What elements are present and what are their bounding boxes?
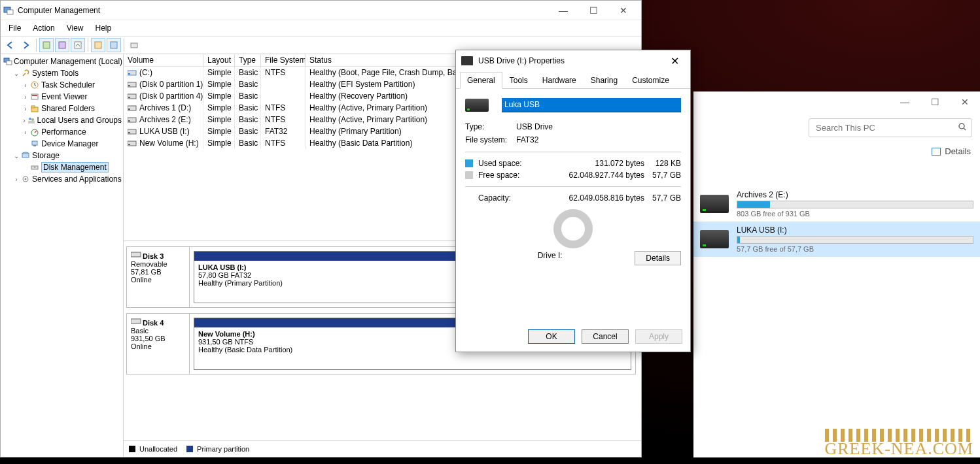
svg-rect-30	[128, 85, 130, 86]
volume-icon	[128, 140, 137, 148]
cm-app-icon	[3, 5, 14, 16]
drive-properties-dialog: USB Drive (I:) Properties ✕ General Tool…	[455, 50, 691, 352]
free-label: Free space:	[478, 171, 559, 180]
capacity-bytes: 62.049.058.816 bytes	[559, 193, 644, 203]
tree-storage[interactable]: ⌄Storage	[11, 150, 123, 161]
details-label[interactable]: Details	[945, 146, 971, 156]
tree-task-scheduler[interactable]: ›Task Scheduler	[20, 79, 123, 91]
col-volume[interactable]: Volume	[124, 54, 203, 66]
drive-name: Archives 2 (E:)	[737, 190, 973, 199]
free-bytes: 62.048.927.744 bytes	[559, 171, 644, 180]
volume-icon	[128, 81, 137, 89]
event-viewer-icon	[29, 91, 40, 102]
explorer-titlebar[interactable]: — ☐ ✕	[693, 91, 980, 112]
tab-hardware[interactable]: Hardware	[535, 72, 584, 89]
minimize-button[interactable]: —	[548, 1, 578, 20]
explorer-command-bar: Details	[693, 142, 980, 160]
usage-bar	[737, 201, 973, 208]
svg-rect-42	[131, 319, 141, 323]
details-view-icon[interactable]	[932, 148, 941, 156]
maximize-button[interactable]: ☐	[578, 1, 608, 20]
drive-large-icon	[465, 99, 489, 112]
drive-icon	[700, 195, 729, 213]
search-icon[interactable]	[958, 122, 967, 131]
capacity-short: 57,7 GB	[644, 193, 681, 203]
tree-shared-folders[interactable]: ›Shared Folders	[20, 103, 123, 114]
free-short: 57,7 GB	[644, 171, 681, 180]
tree-local-users[interactable]: ›Local Users and Groups	[20, 114, 123, 126]
col-layout[interactable]: Layout	[203, 54, 235, 66]
explorer-drive-item[interactable]: Archives 2 (E:)803 GB free of 931 GB	[693, 186, 980, 222]
toolbar-btn-4[interactable]	[91, 38, 105, 52]
toolbar-btn-1[interactable]	[39, 38, 54, 52]
tree-performance[interactable]: ›Performance	[20, 126, 123, 138]
tab-tools[interactable]: Tools	[502, 72, 535, 89]
menu-action[interactable]: Action	[27, 22, 60, 34]
close-button[interactable]: ✕	[608, 1, 639, 20]
type-label: Type:	[465, 122, 516, 131]
ok-button[interactable]: OK	[528, 329, 575, 344]
shared-folders-icon	[29, 103, 40, 114]
tab-general[interactable]: General	[460, 72, 502, 89]
tree-disk-management[interactable]: Disk Management	[20, 161, 123, 173]
svg-rect-14	[31, 106, 35, 108]
props-close-button[interactable]: ✕	[664, 52, 685, 70]
svg-rect-2	[43, 42, 50, 48]
tab-sharing[interactable]: Sharing	[584, 72, 625, 89]
menu-help[interactable]: Help	[90, 22, 117, 34]
details-button[interactable]: Details	[635, 251, 681, 265]
disk-info: Disk 3Removable57,81 GBOnline	[127, 247, 190, 307]
svg-rect-20	[33, 145, 36, 146]
drive-name-input[interactable]	[502, 98, 681, 112]
col-filesystem[interactable]: File System	[261, 54, 306, 66]
tree-event-viewer[interactable]: ›Event Viewer	[20, 91, 123, 103]
used-label: Used space:	[478, 159, 559, 168]
svg-rect-40	[128, 144, 130, 145]
col-type[interactable]: Type	[235, 54, 261, 66]
tree-system-tools[interactable]: ⌄System Tools	[11, 67, 123, 79]
refresh-icon[interactable]	[71, 38, 85, 52]
svg-point-15	[29, 118, 31, 120]
legend-unalloc-label: Unallocated	[139, 445, 177, 453]
volume-icon	[128, 69, 137, 77]
svg-rect-41	[131, 252, 141, 257]
search-input[interactable]	[809, 118, 972, 137]
cm-title: Computer Management	[18, 6, 548, 15]
explorer-minimize[interactable]: —	[890, 92, 920, 112]
task-scheduler-icon	[29, 80, 40, 90]
toolbar-btn-5[interactable]	[107, 38, 121, 52]
apply-button[interactable]: Apply	[635, 329, 682, 344]
used-bytes: 131.072 bytes	[559, 159, 644, 168]
back-icon[interactable]	[3, 38, 18, 52]
toolbar-btn-2[interactable]	[55, 38, 69, 52]
cancel-button[interactable]: Cancel	[582, 329, 629, 344]
menu-file[interactable]: File	[3, 22, 26, 34]
cm-titlebar[interactable]: Computer Management — ☐ ✕	[1, 1, 641, 20]
svg-rect-12	[32, 95, 37, 96]
cm-tree-pane: Computer Management (Local) ⌄System Tool…	[1, 54, 124, 457]
explorer-close[interactable]: ✕	[950, 92, 980, 112]
explorer-window: — ☐ ✕ Details Archives 2 (E:)803 GB free…	[693, 91, 980, 457]
menu-view[interactable]: View	[61, 22, 89, 34]
svg-rect-7	[131, 43, 137, 48]
usage-pie-chart	[553, 209, 593, 248]
tab-customize[interactable]: Customize	[625, 72, 676, 89]
svg-point-43	[959, 124, 964, 129]
cm-root-icon	[3, 56, 12, 67]
props-titlebar[interactable]: USB Drive (I:) Properties ✕	[456, 50, 690, 71]
cm-menubar: File Action View Help	[1, 20, 641, 36]
forward-icon[interactable]	[19, 38, 33, 52]
explorer-drive-item[interactable]: LUKA USB (I:)57,7 GB free of 57,7 GB	[693, 222, 980, 257]
svg-rect-3	[59, 42, 65, 48]
volume-icon	[128, 116, 137, 124]
usage-bar	[737, 236, 973, 244]
disk-icon	[131, 251, 141, 259]
svg-rect-22	[22, 154, 29, 157]
tree-root[interactable]: Computer Management (Local)	[2, 56, 123, 67]
svg-rect-5	[95, 42, 101, 48]
tree-device-manager[interactable]: Device Manager	[20, 138, 123, 150]
tree-services[interactable]: ›Services and Applications	[11, 173, 123, 185]
toolbar-btn-6[interactable]	[127, 38, 141, 52]
services-icon	[20, 174, 31, 184]
explorer-maximize[interactable]: ☐	[920, 92, 950, 112]
